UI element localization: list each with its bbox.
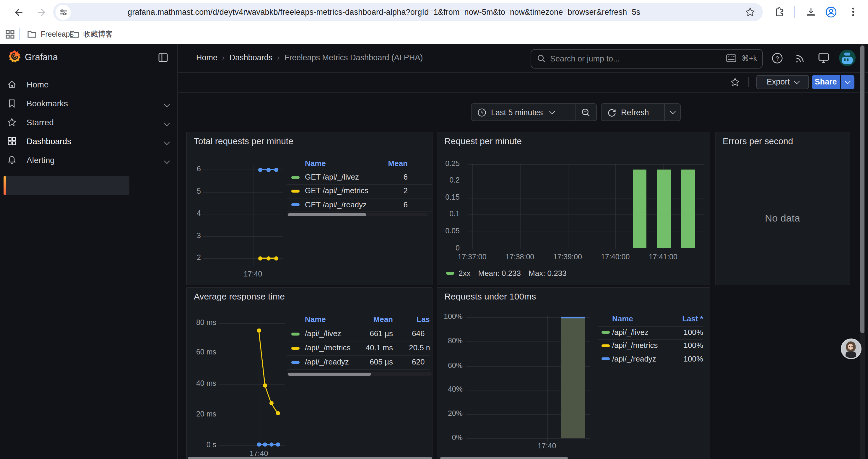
series-mean: 40.1 ms (366, 343, 393, 352)
y-tick-label: 80% (440, 336, 463, 345)
y-tick-label: 0% (440, 433, 463, 441)
breadcrumb-home[interactable]: Home (196, 53, 217, 62)
back-icon[interactable] (13, 6, 25, 18)
data-point (274, 256, 278, 260)
series-color-pill (291, 361, 300, 364)
series-name[interactable]: /api/_/readyz (612, 354, 656, 363)
chevron-down-icon[interactable] (164, 139, 170, 145)
chevron-down-icon[interactable] (164, 101, 170, 107)
profile-icon[interactable] (825, 6, 837, 18)
column-header-mean[interactable]: Mean (388, 159, 408, 168)
zoom-out-button[interactable] (576, 104, 596, 121)
time-range-label: Last 5 minutes (491, 108, 543, 117)
y-tick-label: 60% (440, 361, 463, 369)
bookmark-star-icon[interactable] (745, 6, 756, 18)
floating-avatar[interactable] (840, 338, 861, 359)
refresh-group: Refresh (601, 103, 681, 121)
chevron-down-icon[interactable] (164, 158, 170, 164)
y-tick-label: 3 (188, 231, 201, 239)
folder-icon (70, 30, 79, 38)
series-mean: 2 (404, 186, 408, 195)
monitor-icon[interactable] (818, 53, 830, 64)
column-header-last[interactable]: Last * (416, 315, 430, 324)
breadcrumb-dashboards[interactable]: Dashboards (229, 53, 273, 62)
share-menu-button[interactable] (841, 75, 855, 89)
grafana-logo[interactable] (8, 50, 21, 64)
bar (681, 169, 695, 249)
series-last: 100% (684, 341, 704, 350)
page-scrollbar-thumb[interactable] (860, 45, 864, 333)
column-header-name[interactable]: Name (305, 159, 326, 168)
legend-hscrollbar-thumb[interactable] (288, 372, 371, 375)
column-header-name[interactable]: Name (612, 314, 633, 323)
series-name[interactable]: GET /api/_/metrics (305, 186, 368, 195)
share-label: Share (814, 78, 837, 87)
bookmark-label: 收藏博客 (83, 29, 113, 39)
refresh-interval-button[interactable] (665, 104, 680, 121)
news-rss-icon[interactable] (795, 53, 806, 64)
search-input[interactable]: Search or jump to... ⌘+k (531, 49, 763, 68)
sidebar-item-alerting[interactable]: Alerting (0, 151, 177, 169)
topnav: Home › Dashboards › Freeleaps Metrics Da… (177, 44, 868, 72)
column-header-last[interactable]: Last * (682, 314, 703, 323)
column-header-mean[interactable]: Mean (373, 315, 393, 324)
x-tick-label: 17:38:00 (502, 253, 538, 261)
gridline (567, 164, 568, 249)
sidebar-item-home[interactable]: Home (0, 75, 177, 94)
dashboard-actions-bar: Export Share (177, 72, 868, 93)
panel-requests-under-100ms[interactable]: Requests under 100ms 100%80%60%40%20%0% … (437, 287, 710, 459)
y-tick-label: 100% (440, 313, 463, 321)
share-button[interactable]: Share (812, 75, 840, 89)
sidebar-item-bookmarks[interactable]: Bookmarks (0, 94, 177, 113)
sidebar-item-starred[interactable]: Starred (0, 113, 177, 132)
download-icon[interactable] (805, 6, 816, 18)
series-name[interactable]: /api/_/livez (305, 329, 341, 338)
gridline (466, 438, 590, 438)
help-icon[interactable]: ? (772, 53, 783, 64)
column-header-name[interactable]: Name (305, 315, 326, 324)
extensions-icon[interactable] (774, 6, 785, 18)
series-name[interactable]: /api/_/livez (612, 328, 649, 336)
url-text[interactable]: grafana.mathmast.com/d/deytv4rwavabkb/fr… (128, 8, 640, 17)
series-name[interactable]: /api/_/metrics (305, 343, 351, 352)
sidebar-toggle-icon[interactable] (158, 53, 168, 62)
panel-total-requests[interactable]: Total requests per minute 65432 17:40 Na… (186, 132, 433, 285)
bookmark-folder-blogs[interactable]: 收藏博客 (70, 24, 113, 44)
home-icon (7, 80, 17, 89)
sidebar-item-dashboards[interactable]: Dashboards (0, 132, 177, 151)
series-name[interactable]: /api/_/metrics (612, 341, 658, 350)
series-last: 20.5 m (409, 343, 430, 352)
export-label: Export (767, 78, 790, 87)
favorite-star-icon[interactable] (730, 76, 740, 87)
chevron-down-icon[interactable] (164, 120, 170, 126)
browser-menu-icon[interactable] (848, 6, 859, 17)
refresh-button[interactable]: Refresh (601, 104, 664, 121)
series-name[interactable]: /api/_/readyz (305, 357, 349, 366)
panel-errors-per-second[interactable]: Errors per second No data (715, 132, 850, 285)
y-tick-label: 6 (188, 165, 201, 173)
zoom-out-icon (582, 108, 590, 117)
panel-average-response-time[interactable]: Average response time 80 ms60 ms40 ms20 … (186, 287, 433, 459)
no-data-message: No data (716, 213, 849, 225)
user-avatar[interactable] (839, 50, 856, 66)
export-button[interactable]: Export (756, 75, 809, 89)
apps-grid-icon[interactable] (5, 30, 15, 39)
series-name[interactable]: GET /api/_/livez (305, 172, 359, 182)
time-range-button[interactable]: Last 5 minutes (471, 104, 575, 121)
site-info-chip[interactable] (56, 4, 71, 20)
panel-request-per-minute[interactable]: Request per minute 0.250.20.150.10.05017… (437, 132, 710, 285)
data-point (263, 442, 267, 447)
legend-hscrollbar-thumb[interactable] (288, 213, 366, 216)
url-bar[interactable]: grafana.mathmast.com/d/deytv4rwavabkb/fr… (53, 3, 763, 21)
bottom-hscrollbar-thumb[interactable] (440, 457, 568, 459)
y-tick-label: 20% (440, 409, 463, 418)
legend-series-name[interactable]: 2xx (459, 269, 470, 277)
gridline (547, 316, 548, 442)
x-tick-label: 17:40 (244, 450, 274, 458)
sidebar: Grafana Home Bookmarks Starred Dashb (0, 44, 178, 459)
brand-name[interactable]: Grafana (25, 52, 58, 63)
series-name[interactable]: GET /api/_/readyz (305, 200, 367, 209)
bottom-hscrollbar-thumb[interactable] (188, 457, 432, 459)
bookmark-folder-freeleaps[interactable]: Freeleaps (27, 24, 73, 44)
series-mean: 6 (404, 172, 408, 182)
